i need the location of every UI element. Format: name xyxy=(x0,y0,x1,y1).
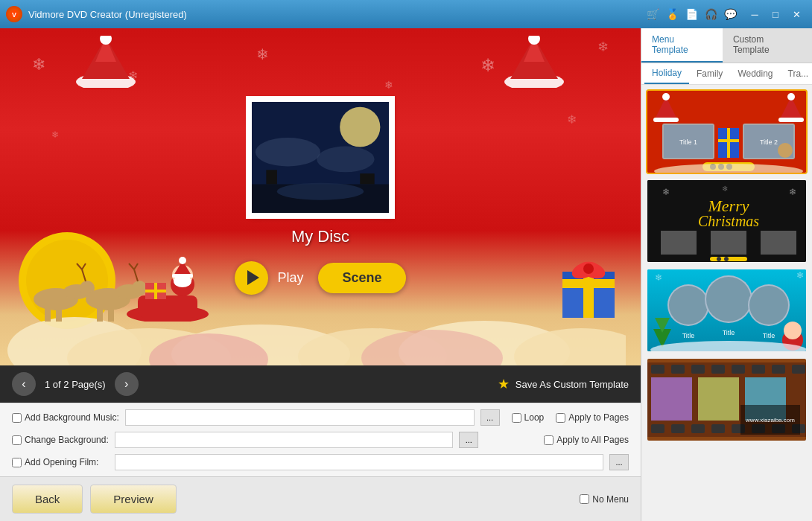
headset-icon[interactable]: 🎧 xyxy=(703,7,718,22)
add-opening-film-label: Add Opening Film: xyxy=(25,457,98,467)
opening-film-browse-button[interactable]: ... xyxy=(609,454,629,470)
svg-point-65 xyxy=(662,93,670,100)
svg-rect-117 xyxy=(671,365,685,374)
svg-point-59 xyxy=(277,182,364,199)
preview-panel: ❄ ❄ ❄ ❄ ❄ ❄ ❄ ❄ xyxy=(0,28,641,521)
svg-point-82 xyxy=(778,143,793,158)
preview-area: ❄ ❄ ❄ ❄ ❄ ❄ ❄ ❄ xyxy=(0,28,641,365)
template-item[interactable]: Title 1 Title 2 xyxy=(646,89,808,174)
opening-film-input[interactable] xyxy=(115,454,603,470)
play-label: Play xyxy=(277,270,303,286)
bg-music-browse-button[interactable]: ... xyxy=(480,409,500,426)
back-button[interactable]: Back xyxy=(12,485,83,514)
svg-rect-119 xyxy=(711,365,725,374)
main-content: ❄ ❄ ❄ ❄ ❄ ❄ ❄ ❄ xyxy=(0,28,812,521)
svg-rect-123 xyxy=(792,365,805,374)
svg-rect-121 xyxy=(752,365,765,374)
template-preview-content: Title 1 Title 2 xyxy=(647,91,806,173)
action-bar: Back Preview No Menu xyxy=(0,476,641,521)
change-bg-label: Change Background: xyxy=(25,435,109,445)
svg-text:Title: Title xyxy=(723,329,735,336)
previous-page-button[interactable]: ‹ xyxy=(12,372,36,396)
minimize-button[interactable]: ─ xyxy=(745,6,764,22)
preview-button[interactable]: Preview xyxy=(90,485,176,514)
page-indicator: 1 of 2 Page(s) xyxy=(45,379,106,390)
add-opening-film-checkbox-label[interactable]: Add Opening Film: xyxy=(12,457,109,467)
template-item[interactable]: ❄ ❄ ❄ Merry Christmas xyxy=(646,179,808,263)
change-bg-checkbox[interactable] xyxy=(12,435,22,445)
svg-text:❄: ❄ xyxy=(662,187,670,197)
change-bg-row: Change Background: ... Apply to All Page… xyxy=(12,432,629,448)
change-bg-browse-button[interactable]: ... xyxy=(459,432,478,448)
svg-text:V: V xyxy=(12,11,16,19)
change-bg-input[interactable] xyxy=(115,432,453,448)
svg-point-99 xyxy=(669,286,708,325)
save-custom-template-button[interactable]: ★ Save As Custom Template xyxy=(498,376,629,392)
titlebar: V Vidmore DVD Creator (Unregistered) 🛒 🏅… xyxy=(0,0,812,28)
svg-point-55 xyxy=(340,106,380,147)
medal-icon[interactable]: 🏅 xyxy=(664,7,679,22)
loop-label: Loop xyxy=(524,412,545,423)
apply-to-all-pages-checkbox[interactable] xyxy=(544,435,554,445)
apply-to-pages-checkbox[interactable] xyxy=(556,413,565,423)
bg-music-input[interactable] xyxy=(125,409,475,426)
apply-to-pages-label[interactable]: Apply to Pages xyxy=(556,412,629,423)
svg-point-68 xyxy=(787,93,795,100)
apply-to-all-pages-label[interactable]: Apply to All Pages xyxy=(544,435,629,445)
svg-rect-128 xyxy=(671,424,685,433)
app-logo: V xyxy=(6,6,22,22)
window-controls: ─ □ ✕ xyxy=(745,6,806,22)
app-title: Vidmore DVD Creator (Unregistered) xyxy=(28,9,645,20)
category-tabs: Holiday Family Wedding Tra... ◀ ▶ xyxy=(641,63,812,85)
no-menu-label: No Menu xyxy=(592,494,629,505)
svg-point-110 xyxy=(784,322,802,339)
svg-rect-125 xyxy=(698,377,739,421)
custom-template-tab[interactable]: Custom Template xyxy=(723,28,812,63)
add-bg-music-checkbox-label[interactable]: Add Background Music: xyxy=(12,412,119,423)
menu-template-tab[interactable]: Menu Template xyxy=(641,28,723,63)
cart-icon[interactable]: 🛒 xyxy=(645,7,660,22)
template-item[interactable]: www.xiazaiba.com xyxy=(646,357,808,442)
close-button[interactable]: ✕ xyxy=(787,6,806,22)
family-category-tab[interactable]: Family xyxy=(689,64,730,83)
add-opening-film-checkbox[interactable] xyxy=(12,458,22,467)
no-menu-checkbox-label[interactable]: No Menu xyxy=(580,494,629,505)
stamp-inner xyxy=(252,102,389,213)
svg-text:❄: ❄ xyxy=(796,270,804,281)
wedding-category-tab[interactable]: Wedding xyxy=(730,64,780,83)
svg-rect-127 xyxy=(651,424,664,433)
svg-rect-67 xyxy=(778,118,804,122)
template-thumbnail: Title Title Title xyxy=(647,269,806,351)
play-button[interactable] xyxy=(235,261,268,295)
svg-point-94 xyxy=(717,257,721,261)
document-icon[interactable]: 📄 xyxy=(684,7,699,22)
apply-to-all-pages-text: Apply to All Pages xyxy=(556,435,629,445)
options-panel: Add Background Music: ... Loop Apply to … xyxy=(0,403,641,476)
scene-button[interactable]: Scene xyxy=(318,263,405,293)
loop-checkbox-label[interactable]: Loop xyxy=(512,412,545,423)
svg-point-56 xyxy=(256,138,320,166)
add-bg-music-checkbox[interactable] xyxy=(12,413,22,423)
svg-rect-129 xyxy=(691,424,705,433)
holiday-category-tab[interactable]: Holiday xyxy=(644,63,689,84)
svg-rect-80 xyxy=(727,128,730,158)
chat-icon[interactable]: 💬 xyxy=(723,7,738,22)
change-bg-checkbox-label[interactable]: Change Background: xyxy=(12,435,109,445)
svg-text:❄: ❄ xyxy=(722,185,728,193)
save-template-label: Save As Custom Template xyxy=(516,379,629,390)
no-menu-checkbox[interactable] xyxy=(580,494,589,504)
travel-category-tab[interactable]: Tra... xyxy=(781,64,812,83)
loop-checkbox[interactable] xyxy=(512,413,521,423)
template-thumbnail: www.xiazaiba.com xyxy=(647,359,806,441)
template-type-tabs: Menu Template Custom Template xyxy=(641,28,812,63)
media-buttons: Play Scene xyxy=(235,261,405,295)
template-item[interactable]: Title Title Title xyxy=(646,268,808,353)
next-page-button[interactable]: › xyxy=(115,372,139,396)
svg-rect-130 xyxy=(711,424,725,433)
svg-text:Title 2: Title 2 xyxy=(760,138,778,146)
svg-rect-122 xyxy=(772,365,785,374)
svg-text:Title: Title xyxy=(763,332,775,339)
maximize-button[interactable]: □ xyxy=(766,6,785,22)
svg-text:Title: Title xyxy=(682,332,695,339)
svg-text:Christmas: Christmas xyxy=(698,213,759,229)
